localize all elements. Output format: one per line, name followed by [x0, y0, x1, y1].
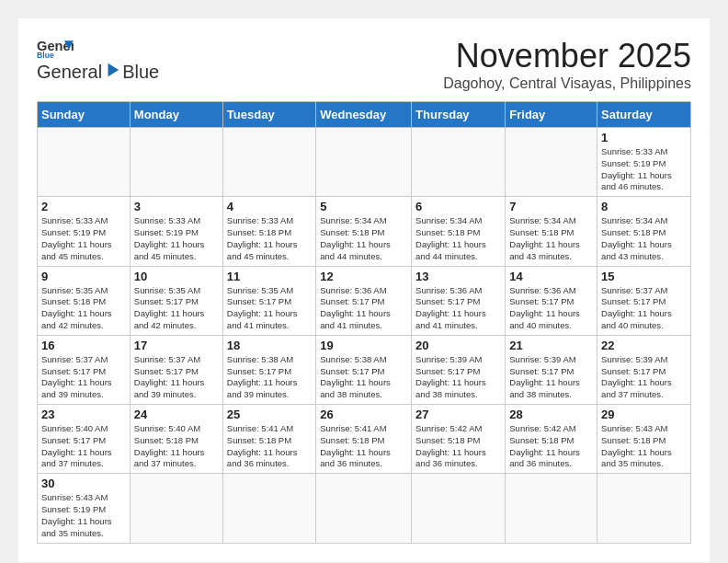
day-number: 7 [509, 200, 593, 213]
day-info: Sunrise: 5:41 AMSunset: 5:18 PMDaylight:… [320, 423, 407, 470]
day-info: Sunrise: 5:34 AMSunset: 5:18 PMDaylight:… [320, 215, 407, 262]
day-cell-14: 14Sunrise: 5:36 AMSunset: 5:17 PMDayligh… [506, 266, 597, 335]
day-info: Sunrise: 5:34 AMSunset: 5:18 PMDaylight:… [509, 215, 593, 262]
week-row-3: 9Sunrise: 5:35 AMSunset: 5:18 PMDaylight… [38, 266, 691, 335]
day-info: Sunrise: 5:39 AMSunset: 5:17 PMDaylight:… [509, 354, 593, 401]
day-info: Sunrise: 5:35 AMSunset: 5:17 PMDaylight:… [227, 285, 312, 332]
day-cell-19: 19Sunrise: 5:38 AMSunset: 5:17 PMDayligh… [316, 335, 412, 404]
day-cell-22: 22Sunrise: 5:39 AMSunset: 5:17 PMDayligh… [597, 335, 691, 404]
location: Dagohoy, Central Visayas, Philippines [443, 75, 691, 92]
day-info: Sunrise: 5:43 AMSunset: 5:18 PMDaylight:… [601, 423, 687, 470]
day-info: Sunrise: 5:37 AMSunset: 5:17 PMDaylight:… [601, 285, 687, 332]
day-cell-23: 23Sunrise: 5:40 AMSunset: 5:17 PMDayligh… [38, 405, 131, 474]
day-number: 26 [320, 408, 407, 421]
day-number: 4 [227, 200, 312, 213]
logo-triangle-icon [104, 62, 120, 78]
day-cell-16: 16Sunrise: 5:37 AMSunset: 5:17 PMDayligh… [38, 335, 131, 404]
day-number: 14 [509, 270, 593, 283]
day-cell-3: 3Sunrise: 5:33 AMSunset: 5:19 PMDaylight… [130, 197, 222, 266]
empty-cell [506, 128, 597, 197]
empty-cell [222, 474, 315, 543]
day-info: Sunrise: 5:33 AMSunset: 5:19 PMDaylight:… [41, 215, 126, 262]
day-number: 15 [601, 270, 687, 283]
day-cell-20: 20Sunrise: 5:39 AMSunset: 5:17 PMDayligh… [412, 335, 506, 404]
calendar-page: General Blue General Blue November 2025 … [18, 18, 710, 562]
week-row-6: 30Sunrise: 5:43 AMSunset: 5:19 PMDayligh… [38, 474, 691, 543]
empty-cell [38, 128, 131, 197]
day-number: 25 [227, 408, 312, 421]
empty-cell [130, 128, 222, 197]
day-cell-29: 29Sunrise: 5:43 AMSunset: 5:18 PMDayligh… [597, 405, 691, 474]
day-cell-9: 9Sunrise: 5:35 AMSunset: 5:18 PMDaylight… [38, 266, 131, 335]
day-cell-10: 10Sunrise: 5:35 AMSunset: 5:17 PMDayligh… [130, 266, 222, 335]
day-number: 17 [134, 339, 219, 352]
svg-text:Blue: Blue [37, 52, 54, 61]
empty-cell [412, 474, 506, 543]
day-number: 28 [509, 408, 593, 421]
week-row-4: 16Sunrise: 5:37 AMSunset: 5:17 PMDayligh… [38, 335, 691, 404]
day-info: Sunrise: 5:37 AMSunset: 5:17 PMDaylight:… [41, 354, 126, 401]
empty-cell [412, 128, 506, 197]
weekday-header-wednesday: Wednesday [316, 102, 412, 128]
day-cell-12: 12Sunrise: 5:36 AMSunset: 5:17 PMDayligh… [316, 266, 412, 335]
day-number: 20 [415, 339, 501, 352]
logo: General Blue General Blue [37, 37, 159, 83]
day-number: 3 [134, 200, 219, 213]
day-info: Sunrise: 5:36 AMSunset: 5:17 PMDaylight:… [509, 285, 593, 332]
weekday-header-friday: Friday [506, 102, 597, 128]
day-info: Sunrise: 5:37 AMSunset: 5:17 PMDaylight:… [134, 354, 219, 401]
day-info: Sunrise: 5:33 AMSunset: 5:19 PMDaylight:… [134, 215, 219, 262]
day-number: 18 [227, 339, 312, 352]
day-info: Sunrise: 5:33 AMSunset: 5:18 PMDaylight:… [227, 215, 312, 262]
day-number: 13 [415, 270, 501, 283]
empty-cell [130, 474, 222, 543]
day-number: 23 [41, 408, 126, 421]
day-cell-6: 6Sunrise: 5:34 AMSunset: 5:18 PMDaylight… [412, 197, 506, 266]
day-number: 12 [320, 270, 407, 283]
day-cell-8: 8Sunrise: 5:34 AMSunset: 5:18 PMDaylight… [597, 197, 691, 266]
day-info: Sunrise: 5:42 AMSunset: 5:18 PMDaylight:… [415, 423, 501, 470]
day-cell-5: 5Sunrise: 5:34 AMSunset: 5:18 PMDaylight… [316, 197, 412, 266]
day-info: Sunrise: 5:39 AMSunset: 5:17 PMDaylight:… [415, 354, 501, 401]
logo-blue: Blue [122, 62, 159, 83]
logo-general: General [37, 62, 102, 83]
title-area: November 2025 Dagohoy, Central Visayas, … [443, 37, 691, 92]
weekday-header-row: SundayMondayTuesdayWednesdayThursdayFrid… [38, 102, 691, 128]
day-number: 29 [601, 408, 687, 421]
logo-icon: General Blue [37, 37, 74, 60]
day-info: Sunrise: 5:40 AMSunset: 5:18 PMDaylight:… [134, 423, 219, 470]
day-number: 19 [320, 339, 407, 352]
day-cell-7: 7Sunrise: 5:34 AMSunset: 5:18 PMDaylight… [506, 197, 597, 266]
day-info: Sunrise: 5:38 AMSunset: 5:17 PMDaylight:… [320, 354, 407, 401]
day-number: 30 [41, 477, 126, 490]
weekday-header-monday: Monday [130, 102, 222, 128]
day-cell-24: 24Sunrise: 5:40 AMSunset: 5:18 PMDayligh… [130, 405, 222, 474]
day-number: 22 [601, 339, 687, 352]
day-cell-26: 26Sunrise: 5:41 AMSunset: 5:18 PMDayligh… [316, 405, 412, 474]
day-info: Sunrise: 5:34 AMSunset: 5:18 PMDaylight:… [601, 215, 687, 262]
empty-cell [597, 474, 691, 543]
weekday-header-thursday: Thursday [412, 102, 506, 128]
day-number: 27 [415, 408, 501, 421]
month-title: November 2025 [443, 37, 691, 75]
day-cell-13: 13Sunrise: 5:36 AMSunset: 5:17 PMDayligh… [412, 266, 506, 335]
day-number: 21 [509, 339, 593, 352]
day-info: Sunrise: 5:34 AMSunset: 5:18 PMDaylight:… [415, 215, 501, 262]
day-number: 2 [41, 200, 126, 213]
day-info: Sunrise: 5:35 AMSunset: 5:18 PMDaylight:… [41, 285, 126, 332]
day-number: 6 [415, 200, 501, 213]
day-number: 11 [227, 270, 312, 283]
day-cell-1: 1Sunrise: 5:33 AMSunset: 5:19 PMDaylight… [597, 128, 691, 197]
day-cell-25: 25Sunrise: 5:41 AMSunset: 5:18 PMDayligh… [222, 405, 315, 474]
empty-cell [506, 474, 597, 543]
svg-marker-3 [108, 63, 119, 76]
header: General Blue General Blue November 2025 … [37, 37, 691, 92]
week-row-2: 2Sunrise: 5:33 AMSunset: 5:19 PMDaylight… [38, 197, 691, 266]
day-number: 24 [134, 408, 219, 421]
empty-cell [316, 474, 412, 543]
day-info: Sunrise: 5:41 AMSunset: 5:18 PMDaylight:… [227, 423, 312, 470]
day-info: Sunrise: 5:35 AMSunset: 5:17 PMDaylight:… [134, 285, 219, 332]
day-number: 5 [320, 200, 407, 213]
day-cell-21: 21Sunrise: 5:39 AMSunset: 5:17 PMDayligh… [506, 335, 597, 404]
weekday-header-sunday: Sunday [38, 102, 131, 128]
